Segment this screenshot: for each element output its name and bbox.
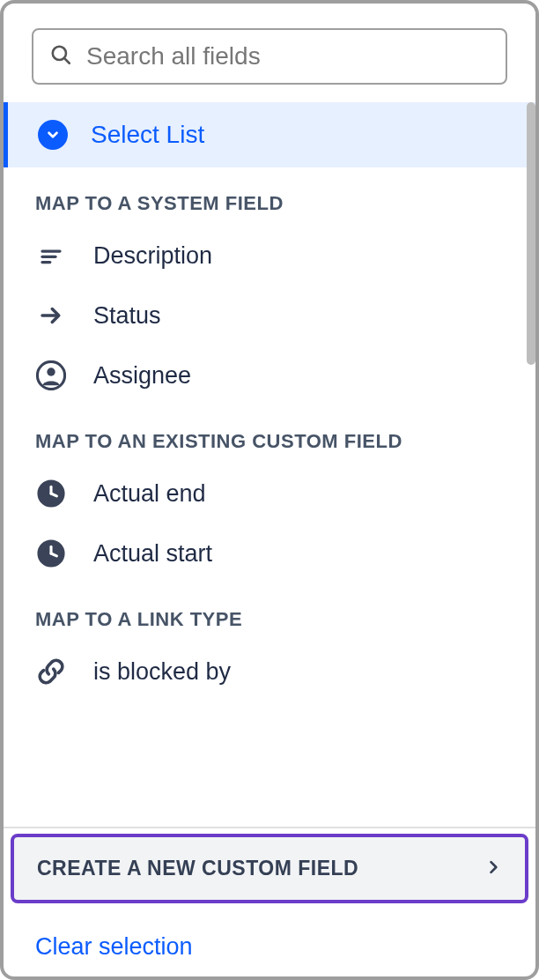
search-icon bbox=[49, 43, 72, 70]
section-header-custom: MAP TO AN EXISTING CUSTOM FIELD bbox=[4, 405, 535, 464]
clear-selection-link[interactable]: Clear selection bbox=[35, 933, 193, 960]
field-item-is-blocked-by[interactable]: is blocked by bbox=[4, 642, 535, 702]
field-item-description[interactable]: Description bbox=[4, 226, 535, 286]
person-icon bbox=[35, 360, 67, 391]
search-box[interactable] bbox=[32, 28, 507, 85]
link-icon bbox=[35, 656, 67, 687]
field-item-actual-end[interactable]: Actual end bbox=[4, 464, 535, 523]
arrow-right-icon bbox=[35, 300, 67, 331]
create-custom-field-button[interactable]: CREATE A NEW CUSTOM FIELD bbox=[11, 834, 528, 903]
scrollbar[interactable] bbox=[527, 102, 535, 365]
svg-line-1 bbox=[64, 58, 69, 63]
field-item-label: Status bbox=[93, 302, 161, 330]
section-header-link: MAP TO A LINK TYPE bbox=[4, 583, 535, 642]
chevron-down-icon bbox=[38, 120, 68, 150]
scroll-area: Select List MAP TO A SYSTEM FIELD Descri… bbox=[4, 102, 535, 827]
clock-icon bbox=[35, 538, 67, 569]
svg-point-7 bbox=[47, 368, 55, 375]
field-item-label: Actual end bbox=[93, 480, 206, 508]
field-item-status[interactable]: Status bbox=[4, 286, 535, 345]
field-item-label: is blocked by bbox=[93, 658, 231, 686]
section-header-system: MAP TO A SYSTEM FIELD bbox=[4, 167, 535, 226]
field-item-label: Description bbox=[93, 242, 212, 270]
search-container bbox=[4, 4, 535, 102]
footer: CREATE A NEW CUSTOM FIELD Clear selectio… bbox=[4, 827, 535, 976]
selected-field-row[interactable]: Select List bbox=[4, 102, 535, 167]
field-item-label: Assignee bbox=[93, 362, 191, 390]
clear-selection-row: Clear selection bbox=[4, 909, 535, 976]
field-item-assignee[interactable]: Assignee bbox=[4, 345, 535, 405]
clock-icon bbox=[35, 478, 67, 509]
selected-field-label: Select List bbox=[91, 121, 204, 149]
description-icon bbox=[35, 240, 67, 271]
search-input[interactable] bbox=[86, 42, 490, 71]
field-item-actual-start[interactable]: Actual start bbox=[4, 523, 535, 583]
chevron-right-icon bbox=[484, 858, 502, 880]
field-mapping-panel: Select List MAP TO A SYSTEM FIELD Descri… bbox=[0, 0, 539, 980]
create-custom-field-label: CREATE A NEW CUSTOM FIELD bbox=[37, 857, 358, 880]
field-item-label: Actual start bbox=[93, 540, 212, 568]
